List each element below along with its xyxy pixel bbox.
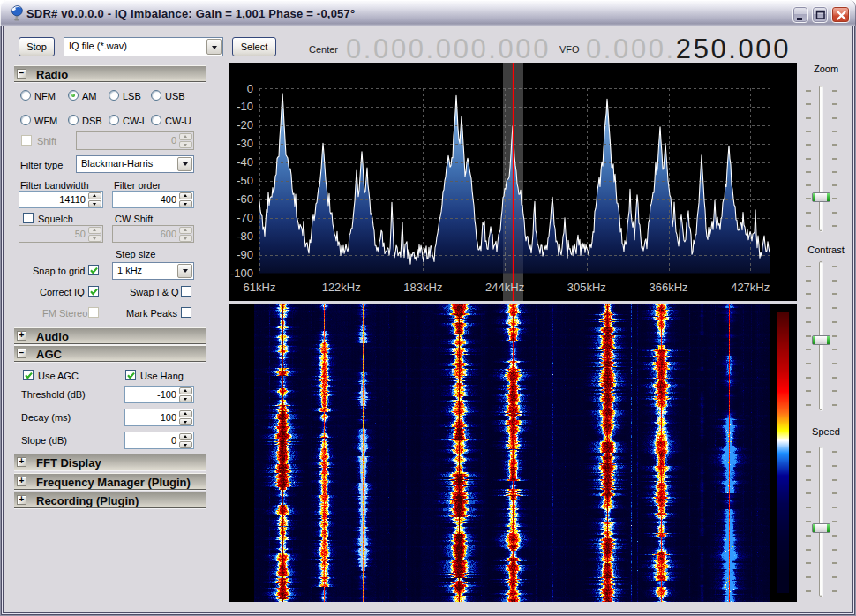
filter-type-combobox[interactable]: Blackman-Harris [76, 155, 194, 173]
expand-state-glyph: + [18, 477, 26, 485]
waterfall-display[interactable] [229, 304, 797, 602]
use-hang-checkbox[interactable] [125, 370, 136, 380]
slider-thumb-speed[interactable] [812, 523, 830, 533]
spin-up-button[interactable] [179, 410, 192, 417]
slider-thumb-zoom[interactable] [812, 192, 830, 202]
panel-header-fft-display[interactable]: + FFT Display [14, 454, 206, 470]
fm-stereo-checkbox[interactable] [88, 307, 99, 318]
expand-icon[interactable]: + [17, 477, 26, 486]
radio-nfm[interactable] [20, 90, 31, 101]
y-axis-tick-label: 0 [247, 82, 253, 95]
combobox-dropdown-button[interactable] [206, 39, 222, 55]
spin-down-button[interactable] [179, 395, 192, 402]
spin-up-button[interactable] [88, 227, 101, 234]
window-border [854, 26, 855, 616]
spin-up-button[interactable] [179, 433, 192, 440]
slider-tick [832, 144, 837, 146]
decay-stepper[interactable]: 100 [124, 409, 194, 426]
expand-icon[interactable]: + [17, 495, 26, 505]
expand-state-glyph: + [18, 458, 26, 466]
combobox-dropdown-button[interactable] [177, 157, 192, 171]
source-combobox-value: IQ file (*.wav) [69, 41, 127, 51]
slider-tick [806, 225, 811, 227]
radio-cwu[interactable] [151, 115, 161, 125]
vfo-frequency-display[interactable]: 0.000.250.000 [586, 34, 791, 65]
panel-header-radio[interactable]: − Radio [14, 65, 206, 82]
squelch-checkbox[interactable] [23, 213, 34, 223]
mark-peaks-checkbox[interactable] [181, 307, 191, 318]
panel-header-agc[interactable]: − AGC [14, 345, 206, 362]
close-button[interactable] [831, 6, 850, 23]
slider-track-zoom[interactable] [819, 86, 822, 231]
center-frequency-display[interactable]: 0.000.000.000 [346, 34, 551, 65]
slider-tick [806, 90, 811, 92]
spin-down-button[interactable] [88, 235, 101, 242]
titlebar[interactable]: SDR# v0.0.0.0 - IQ Imbalance: Gain = 1,0… [0, 0, 856, 26]
radio-wfm[interactable] [20, 115, 31, 125]
snap-to-grid-checkbox[interactable] [88, 265, 99, 275]
source-combobox[interactable]: IQ file (*.wav) [64, 37, 223, 56]
app-icon [10, 5, 25, 22]
spin-down-button[interactable] [179, 141, 192, 148]
slider-thumb-contrast[interactable] [812, 335, 830, 345]
threshold-stepper[interactable]: -100 [124, 386, 194, 403]
panel-header-frequency-manager[interactable]: + Frequency Manager (Plugin) [14, 473, 206, 490]
y-axis-tick-label: -30 [237, 137, 253, 150]
maximize-button[interactable] [812, 6, 828, 23]
maximize-icon [813, 7, 829, 24]
spin-up-button[interactable] [88, 192, 101, 199]
spin-down-button[interactable] [179, 235, 192, 242]
stop-button[interactable]: Stop [19, 37, 55, 56]
select-button[interactable]: Select [232, 37, 276, 56]
slider-tick [806, 390, 811, 392]
down-arrow-icon [184, 398, 187, 401]
squelch-stepper[interactable]: 50 [19, 225, 103, 243]
stepper-value: 14110 [59, 194, 86, 205]
radio-cwl[interactable] [109, 115, 119, 125]
spin-up-button[interactable] [179, 387, 192, 394]
up-arrow-icon [184, 135, 187, 138]
spin-down-button[interactable] [179, 418, 192, 425]
radio-usb[interactable] [151, 90, 161, 101]
panel-header-audio[interactable]: + Audio [14, 327, 206, 344]
slider-track-speed[interactable] [819, 447, 822, 597]
cw-shift-stepper[interactable]: 600 [112, 225, 194, 243]
spin-up-button[interactable] [179, 192, 192, 199]
up-arrow-icon [93, 194, 96, 197]
radio-am[interactable] [68, 90, 79, 101]
filter-order-stepper[interactable]: 400 [112, 191, 194, 208]
x-axis-tick-label: 366kHz [649, 281, 687, 294]
shift-stepper[interactable]: 0 [76, 131, 194, 150]
slider-tick [806, 377, 811, 379]
step-size-combobox[interactable]: 1 kHz [112, 262, 194, 280]
down-arrow-icon [184, 237, 187, 240]
shift-checkbox[interactable] [21, 135, 32, 146]
collapse-icon[interactable]: − [17, 69, 26, 79]
combobox-dropdown-button[interactable] [177, 264, 192, 278]
minimize-button[interactable] [792, 6, 808, 23]
spin-down-button[interactable] [179, 441, 192, 448]
spin-down-button[interactable] [179, 200, 192, 207]
slider-tick [832, 363, 837, 364]
swap-iq-checkbox[interactable] [181, 286, 191, 297]
slider-tick [832, 390, 837, 392]
spin-up-button[interactable] [179, 227, 192, 234]
slider-label-contrast: Contrast [800, 244, 852, 255]
expand-icon[interactable]: + [17, 331, 26, 341]
radio-lsb[interactable] [109, 90, 119, 101]
radio-dsb[interactable] [68, 115, 79, 125]
collapse-icon[interactable]: − [17, 349, 26, 358]
y-axis-tick-label: -20 [237, 118, 253, 131]
spin-down-button[interactable] [88, 200, 101, 207]
filter-bandwidth-stepper[interactable]: 14110 [19, 191, 103, 208]
fft-spectrum-display[interactable]: 0-10-20-30-40-50-60-70-80-90-10061kHz122… [229, 63, 797, 301]
vfo-digits-active: 250.000 [676, 34, 791, 64]
correct-iq-checkbox[interactable] [88, 286, 99, 297]
stepper-value: 0 [171, 135, 176, 146]
use-agc-checkbox[interactable] [23, 370, 34, 380]
slope-stepper[interactable]: 0 [124, 432, 194, 449]
panel-header-recording[interactable]: + Recording (Plugin) [14, 492, 206, 508]
expand-icon[interactable]: + [17, 457, 26, 467]
spin-up-button[interactable] [179, 133, 192, 140]
panel-title: FFT Display [36, 456, 101, 470]
